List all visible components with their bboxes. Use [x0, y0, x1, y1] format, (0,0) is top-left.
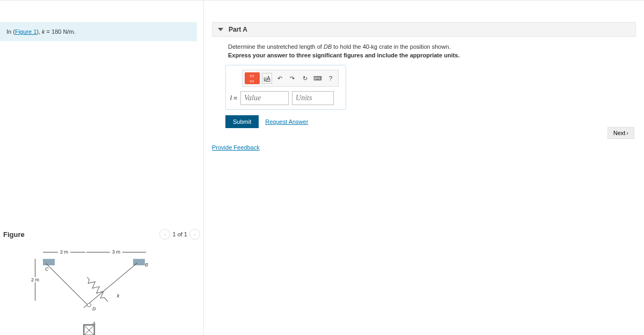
dim-label-2m-top: 2 m [60, 249, 68, 255]
answer-toolbar: ▭▭ μA ↶ ↷ ↻ ⌨ ? [242, 70, 339, 87]
text: In ( [6, 28, 15, 35]
label-d: D [92, 306, 96, 311]
undo-button[interactable]: ↶ [274, 73, 285, 84]
part-title: Part A [229, 26, 247, 33]
joint-d [87, 303, 91, 307]
text: Determine the unstretched length of [228, 43, 324, 50]
collapse-icon [218, 28, 223, 31]
submit-button[interactable]: Submit [225, 115, 259, 128]
value-input[interactable] [240, 91, 289, 105]
units-input[interactable] [292, 91, 334, 105]
reset-button[interactable]: ↻ [300, 73, 311, 84]
text: to hold the 40-kg crate in the position … [332, 43, 450, 50]
pager-next[interactable]: › [189, 229, 200, 240]
part-header[interactable]: Part A [212, 22, 636, 37]
variable-db: DB [324, 43, 332, 50]
units-mode-button[interactable]: μA [262, 73, 273, 84]
label-k: k [117, 293, 120, 299]
figure-pager: ‹ 1 of 1 › [159, 229, 200, 240]
pager-prev[interactable]: ‹ [159, 229, 170, 240]
help-button[interactable]: ? [325, 73, 336, 84]
instruction-text: Express your answer to three significant… [228, 52, 620, 58]
figure-link[interactable]: Figure 1 [15, 28, 36, 35]
next-button[interactable]: Next› [608, 127, 634, 139]
template-button[interactable]: ▭▭ [245, 72, 260, 84]
cable-cd [46, 263, 87, 305]
request-answer-link[interactable]: Request Answer [265, 118, 308, 125]
redo-button[interactable]: ↷ [287, 73, 298, 84]
dim-label-2m-left: 2 m [31, 277, 39, 282]
provide-feedback-link[interactable]: Provide Feedback [212, 144, 636, 151]
answer-label: l = [230, 94, 237, 102]
support-c [43, 259, 55, 265]
dim-label-3m-top: 3 m [112, 249, 120, 255]
text: = 180 N/m. [45, 28, 76, 35]
figure-heading: Figure [3, 230, 25, 239]
question-prompt: Determine the unstretched length of DB t… [212, 37, 636, 65]
pager-label: 1 of 1 [172, 231, 187, 237]
figure-diagram: 2 m 3 m 2 m C B k D A [0, 244, 203, 335]
label-b: B [145, 262, 148, 267]
answer-input-area: ▭▭ μA ↶ ↷ ↻ ⌨ ? l = [225, 65, 346, 110]
keyboard-button[interactable]: ⌨ [313, 73, 324, 84]
label-c: C [45, 266, 49, 272]
problem-statement: In (Figure 1), k = 180 N/m. [0, 22, 197, 41]
crate-icon [83, 324, 95, 335]
text: ), [36, 28, 42, 35]
